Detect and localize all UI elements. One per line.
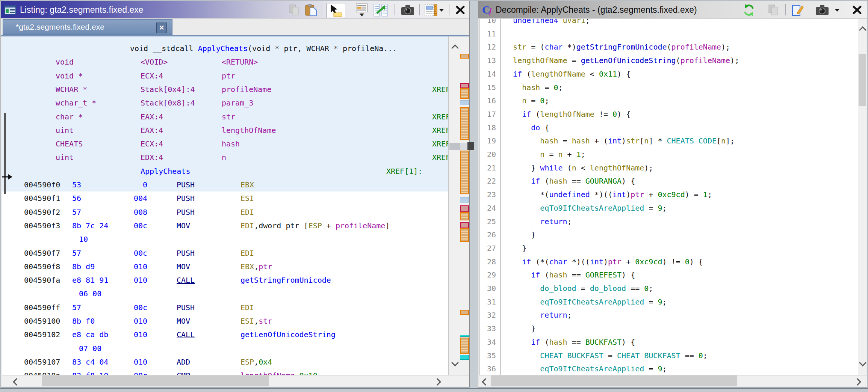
decomp-line-10[interactable]: 10 undefined4 uVar1; (479, 19, 859, 27)
listing-row[interactable]: void __stdcall ApplyCheats(void * ptr, W… (2, 42, 448, 55)
listing-row-0045910a[interactable]: 0045910a83 f8 1000cCMPlengthOfName,0x10 (2, 369, 448, 375)
listing-row-004590f3[interactable]: 004590f38b 7c 2400cMOVEDI,dword ptr [ESP… (2, 219, 448, 232)
scroll-right-icon[interactable] (434, 378, 441, 386)
nav-marker-blue[interactable] (460, 197, 469, 203)
decomp-line-20[interactable]: 20 n = n + 1; (479, 148, 859, 161)
listing-row[interactable]: void<VOID><RETURN> (2, 55, 448, 69)
decomp-line-30[interactable]: 30 do_blood = do_blood == 0; (479, 282, 859, 295)
decompiler-vscrollbar[interactable] (858, 19, 866, 375)
tab-close-icon[interactable]: ✕ (156, 23, 167, 33)
listing-view[interactable]: void __stdcall ApplyCheats(void * ptr, W… (2, 36, 448, 375)
nav-marker-cyan[interactable] (460, 335, 469, 337)
decompiler-vscrollbar-thumb[interactable] (859, 54, 866, 106)
nav-marker-red[interactable] (460, 205, 469, 212)
listing-row-00459102[interactable]: 00459102e8 ca db010CALLgetLenOfUnicodeSt… (2, 328, 448, 341)
nav-marker-stripes[interactable] (460, 107, 469, 140)
snapshot-camera-icon[interactable] (400, 3, 415, 17)
copy-icon[interactable] (287, 3, 302, 17)
listing-row[interactable]: char *EAX:4strXREF (2, 110, 448, 124)
decomp-line-32[interactable]: 32 return; (479, 308, 859, 322)
decomp-line-31[interactable]: 31 eqTo9IfCheatsAreApplied = 9; (479, 295, 859, 309)
decomp-line-11[interactable]: 11 (479, 27, 859, 41)
copy-icon[interactable] (766, 3, 781, 17)
decomp-line-14[interactable]: 14 if (lengthOfName < 0x11) { (479, 67, 859, 81)
listing-row-00459100[interactable]: 004591008b f0010MOVESI,str (2, 314, 448, 328)
decompiler-hscrollbar-thumb[interactable] (491, 375, 737, 386)
decomp-line-36[interactable]: 36 eqTo9IfCheatsAreApplied = 9; (479, 362, 859, 375)
listing-row-004590ff[interactable]: 004590ff5700cPUSHEDI (2, 301, 448, 314)
scroll-left-icon[interactable] (482, 378, 489, 386)
refresh-icon[interactable] (741, 3, 756, 17)
splitter-handle[interactable] (467, 142, 474, 150)
decomp-line-33[interactable]: 33 } (479, 322, 859, 335)
scroll-up-icon[interactable] (859, 26, 866, 34)
consolidate-rows-icon[interactable] (354, 3, 369, 17)
decomp-line-13[interactable]: 13 lengthOfName = getLenOfUnicodeString(… (479, 54, 859, 67)
decomp-line-24[interactable]: 24 eqTo9IfCheatsAreApplied = 9; (479, 201, 859, 215)
nav-marker-stripes[interactable] (460, 88, 469, 99)
decomp-line-21[interactable]: 21 } while (n < lengthOfName); (479, 161, 859, 175)
dropdown-caret-icon[interactable] (833, 3, 841, 17)
scroll-left-icon[interactable] (13, 378, 20, 386)
close-icon[interactable] (850, 3, 865, 17)
scroll-up-icon[interactable] (451, 44, 459, 52)
nav-marker-cyan[interactable] (460, 355, 469, 360)
decomp-line-18[interactable]: 18 do { (479, 121, 859, 134)
edit-signature-icon[interactable] (790, 3, 805, 17)
decompiler-hscrollbar[interactable] (479, 375, 867, 386)
listing-row[interactable]: void *ECX:4ptr (2, 69, 448, 83)
listing-row-004590f2[interactable]: 004590f257008PUSHEDI (2, 205, 448, 219)
listing-row[interactable]: 07 00 (2, 342, 448, 355)
tab-gta2-segments-fixed-exe[interactable]: *gta2.segments.fixed.exe ✕ (3, 19, 172, 35)
decomp-line-26[interactable]: 26 } (479, 228, 859, 241)
listing-row-004590fa[interactable]: 004590fae8 81 91010CALLgetStringFromUnic… (2, 273, 448, 287)
listing-row[interactable]: 06 00 (2, 287, 448, 300)
nav-marker-red[interactable] (460, 83, 469, 88)
listing-row-004590f0[interactable]: 004590f0530PUSHEBX (2, 178, 448, 191)
nav-marker-plain[interactable] (460, 310, 469, 315)
nav-marker-plain[interactable] (460, 54, 469, 59)
snapshot-camera-icon[interactable] (815, 3, 830, 17)
close-icon[interactable] (453, 3, 468, 17)
listing-row[interactable]: CHEATSECX:4hashXREF (2, 137, 448, 151)
decomp-line-35[interactable]: 35 CHEAT_BUCKFAST = CHEAT_BUCKFAST == 0; (479, 349, 859, 362)
decomp-line-27[interactable]: 27 } (479, 241, 859, 255)
nav-marker-stripes[interactable] (460, 228, 469, 242)
listing-hscrollbar[interactable] (2, 375, 469, 386)
decomp-line-12[interactable]: 12 str = (char *)getStringFromUnicode(pr… (479, 40, 859, 54)
decomp-line-29[interactable]: 29 if (hash == GOREFEST) { (479, 268, 859, 282)
listing-row[interactable]: WCHAR *Stack[0x4]:4profileNameXREF (2, 83, 448, 96)
nav-marker-stripes[interactable] (460, 151, 469, 194)
listing-row-004590f1[interactable]: 004590f156004PUSHESI (2, 191, 448, 205)
listing-row[interactable]: 10 (2, 232, 448, 246)
dual-listing-icon[interactable] (373, 3, 388, 17)
listing-display-options-icon[interactable] (423, 3, 439, 17)
decomp-line-34[interactable]: 34 if (hash == BUCKFAST) { (479, 335, 859, 349)
decomp-line-19[interactable]: 19 hash = hash + (int)str[n] * CHEATS_CO… (479, 134, 859, 148)
decomp-line-23[interactable]: 23 *(undefined *)((int)ptr + 0xc9cd) = 1… (479, 188, 859, 201)
dropdown-caret-icon[interactable] (438, 3, 445, 17)
decomp-line-22[interactable]: 22 if (hash == GOURANGA) { (479, 174, 859, 188)
decomp-line-28[interactable]: 28 if (*(char *)((int)ptr + 0xc9cd) != 0… (479, 255, 859, 268)
listing-hscrollbar-thumb[interactable] (42, 375, 269, 386)
scroll-down-icon[interactable] (859, 359, 866, 366)
listing-row[interactable]: wchar_t *Stack[0x8]:4param_3 (2, 96, 448, 110)
listing-row[interactable]: uintEAX:4lengthOfNameXREF (2, 124, 448, 137)
decomp-line-17[interactable]: 17 if (lengthOfName != 0) { (479, 107, 859, 121)
decompiler-view[interactable]: 10 undefined4 uVar1;1112 str = (char *)g… (479, 19, 859, 375)
nav-marker-blue[interactable] (460, 100, 469, 105)
listing-row-00459107[interactable]: 0045910783 c4 04010ADDESP,0x4 (2, 355, 448, 369)
decomp-line-15[interactable]: 15 hash = 0; (479, 81, 859, 94)
nav-marker-stripes[interactable] (460, 338, 469, 354)
decomp-line-25[interactable]: 25 return; (479, 215, 859, 228)
scroll-right-icon[interactable] (854, 378, 861, 386)
cursor-location-icon[interactable] (327, 3, 345, 18)
scroll-down-icon[interactable] (451, 359, 459, 366)
listing-row-004590f8[interactable]: 004590f88b d9010MOVEBX,ptr (2, 260, 448, 273)
nav-marker-stripes[interactable] (460, 212, 469, 220)
listing-row[interactable]: uintEDX:4nXREF (2, 151, 448, 164)
listing-row[interactable]: ApplyCheatsXREF[1]: (2, 164, 448, 178)
nav-marker-red[interactable] (460, 222, 469, 228)
decomp-line-16[interactable]: 16 n = 0; (479, 94, 859, 107)
listing-marker-margin[interactable] (448, 36, 469, 375)
